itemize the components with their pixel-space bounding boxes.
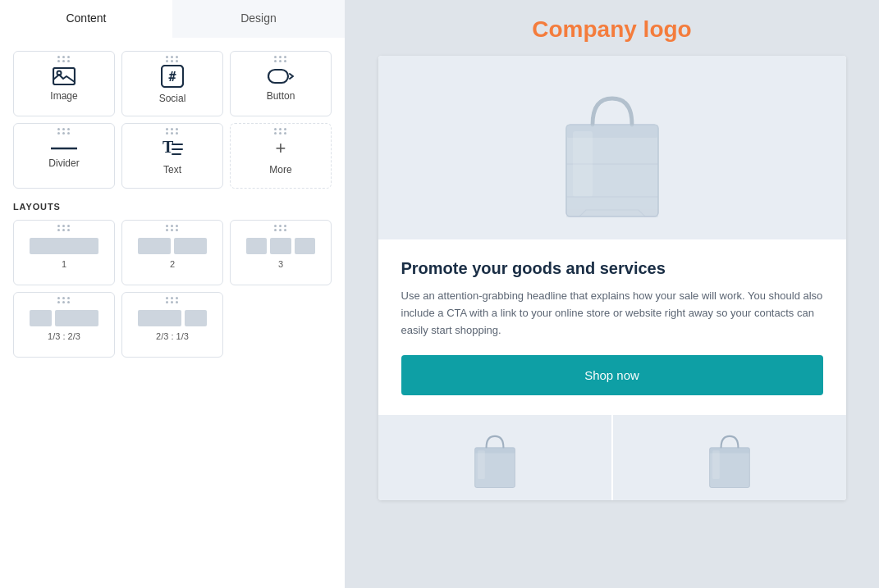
svg-rect-4 <box>268 70 288 83</box>
component-label-divider: Divider <box>48 157 79 169</box>
svg-rect-20 <box>712 451 720 480</box>
layout-card-3[interactable]: 3 <box>230 220 332 285</box>
layout-card-2[interactable]: 2 <box>121 220 223 285</box>
social-icon: # <box>161 65 184 88</box>
bottom-bag-right <box>701 425 758 490</box>
layout-preview-1-3-2-3 <box>30 310 99 326</box>
component-card-divider[interactable]: Divider <box>13 123 115 189</box>
component-card-social[interactable]: # Social <box>121 51 223 116</box>
email-bottom <box>378 415 846 500</box>
company-logo: Company logo <box>532 16 691 43</box>
drag-handle <box>166 56 179 62</box>
email-bottom-col-right <box>613 415 846 500</box>
tab-design[interactable]: Design <box>172 0 345 38</box>
component-label-image: Image <box>50 90 77 102</box>
component-card-text[interactable]: T Text <box>121 123 223 189</box>
layout-label-2-3-1-3: 2/3 : 1/3 <box>156 331 189 341</box>
right-panel: Company logo Promote your goods and serv… <box>345 0 879 588</box>
drag-handle <box>166 297 179 303</box>
email-bottom-col-left <box>378 415 613 500</box>
layout-label-2: 2 <box>170 259 175 269</box>
component-grid: Image # Social <box>13 51 332 189</box>
svg-rect-17 <box>478 451 485 480</box>
component-card-button[interactable]: Button <box>230 51 332 116</box>
layout-preview-2-3-1-3 <box>138 310 208 326</box>
layout-card-1-3-2-3[interactable]: 1/3 : 2/3 <box>13 292 115 358</box>
email-preview: Promote your goods and services Use an a… <box>378 56 846 500</box>
drag-handle <box>57 225 71 231</box>
bottom-bag-left <box>466 425 524 490</box>
component-label-more: More <box>269 164 291 175</box>
email-headline: Promote your goods and services <box>401 259 823 278</box>
drag-handle <box>274 128 287 134</box>
divider-icon <box>51 144 77 153</box>
more-icon: + <box>276 138 286 159</box>
layouts-section-title: LAYOUTS <box>13 202 332 212</box>
layout-label-1: 1 <box>62 259 66 269</box>
tab-content[interactable]: Content <box>0 0 172 38</box>
email-content: Promote your goods and services Use an a… <box>378 239 846 415</box>
email-body-text: Use an attention-grabbing headline that … <box>401 288 823 339</box>
left-panel: Content Design Image <box>0 0 345 588</box>
drag-handle <box>166 128 179 134</box>
text-icon: T <box>161 138 184 159</box>
tabs: Content Design <box>0 0 345 38</box>
cta-button[interactable]: Shop now <box>401 355 823 395</box>
component-label-button: Button <box>267 90 295 102</box>
layout-card-2-3-1-3[interactable]: 2/3 : 1/3 <box>121 292 223 358</box>
svg-rect-13 <box>573 131 593 197</box>
drag-handle <box>57 297 71 303</box>
drag-handle <box>57 56 71 62</box>
image-icon <box>53 67 76 85</box>
layout-card-1[interactable]: 1 <box>13 220 115 285</box>
component-label-social: Social <box>159 93 186 104</box>
layout-label-3: 3 <box>278 259 283 269</box>
layout-preview-3 <box>246 238 316 254</box>
svg-text:#: # <box>168 70 176 84</box>
drag-handle <box>274 225 287 231</box>
panel-body: Image # Social <box>0 38 345 371</box>
svg-text:T: T <box>163 138 174 156</box>
drag-handle <box>274 56 287 62</box>
component-card-more[interactable]: + More <box>230 123 332 189</box>
shopping-bag-illustration <box>547 72 678 223</box>
email-hero <box>378 56 846 239</box>
drag-handle <box>57 128 71 134</box>
layout-label-1-3-2-3: 1/3 : 2/3 <box>48 331 80 341</box>
component-card-image[interactable]: Image <box>13 51 115 116</box>
layout-grid: 1 2 <box>13 220 332 358</box>
layout-preview-2 <box>138 238 208 254</box>
component-label-text: Text <box>163 164 181 175</box>
drag-handle <box>166 225 179 231</box>
layout-preview-1 <box>30 238 99 254</box>
button-icon <box>268 67 294 85</box>
